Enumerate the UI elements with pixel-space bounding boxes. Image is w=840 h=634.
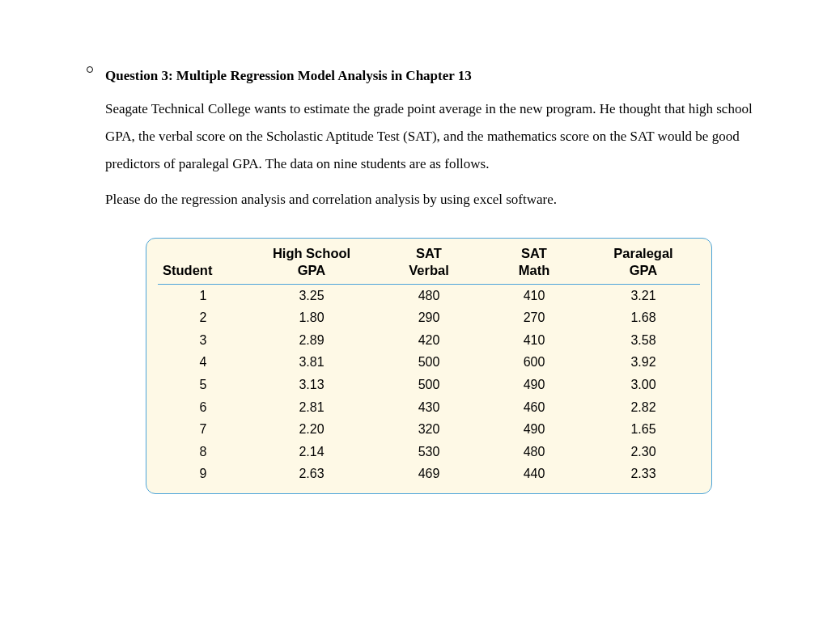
table-row: 82.145304802.30 (158, 441, 700, 463)
col-header-sat-verbal: SAT Verbal (376, 243, 482, 284)
question-header: Question 3: Multiple Regression Model An… (105, 63, 775, 89)
col-header-student: Student (158, 243, 247, 284)
col-header-hs-gpa-line2: GPA (298, 263, 326, 277)
table-header-row: Student High School GPA SAT Verbal SAT M… (158, 243, 700, 284)
cell-sat-math: 410 (482, 284, 587, 306)
cell-paralegal-gpa: 2.82 (587, 396, 700, 419)
cell-hs-gpa: 2.81 (247, 396, 376, 419)
cell-hs-gpa: 3.25 (247, 284, 376, 306)
table-row: 21.802902701.68 (158, 306, 700, 329)
cell-sat-math: 490 (482, 374, 587, 396)
cell-student: 8 (158, 441, 247, 463)
cell-sat-verbal: 500 (376, 374, 482, 396)
col-header-paralegal-line1: Paralegal (613, 246, 672, 260)
cell-sat-verbal: 430 (376, 396, 482, 419)
question-paragraph-1: Seagate Technical College wants to estim… (105, 95, 775, 178)
cell-student: 7 (158, 418, 247, 441)
table-row: 53.135004903.00 (158, 374, 700, 396)
cell-hs-gpa: 2.89 (247, 329, 376, 352)
table-row: 13.254804103.21 (158, 284, 700, 306)
table-row: 32.894204103.58 (158, 329, 700, 352)
cell-paralegal-gpa: 1.65 (587, 418, 700, 441)
col-header-paralegal-line2: GPA (630, 263, 658, 277)
cell-sat-math: 440 (482, 463, 587, 485)
cell-student: 2 (158, 306, 247, 329)
table-row: 43.815006003.92 (158, 351, 700, 374)
cell-paralegal-gpa: 3.00 (587, 374, 700, 396)
cell-paralegal-gpa: 1.68 (587, 306, 700, 329)
cell-sat-math: 270 (482, 306, 587, 329)
cell-hs-gpa: 1.80 (247, 306, 376, 329)
cell-sat-verbal: 500 (376, 351, 482, 374)
cell-student: 3 (158, 329, 247, 352)
question-paragraph-2: Please do the regression analysis and co… (105, 186, 775, 213)
col-header-sat-math: SAT Math (482, 243, 587, 284)
cell-sat-verbal: 530 (376, 441, 482, 463)
cell-hs-gpa: 3.81 (247, 351, 376, 374)
cell-student: 4 (158, 351, 247, 374)
cell-sat-math: 600 (482, 351, 587, 374)
cell-paralegal-gpa: 3.92 (587, 351, 700, 374)
cell-paralegal-gpa: 3.21 (587, 284, 700, 306)
col-header-student-label: Student (163, 263, 212, 277)
cell-student: 9 (158, 463, 247, 485)
cell-sat-verbal: 420 (376, 329, 482, 352)
col-header-hs-gpa-line1: High School (273, 246, 350, 260)
col-header-hs-gpa: High School GPA (247, 243, 376, 284)
data-table: Student High School GPA SAT Verbal SAT M… (158, 243, 700, 485)
table-row: 72.203204901.65 (158, 418, 700, 441)
cell-paralegal-gpa: 2.30 (587, 441, 700, 463)
cell-student: 6 (158, 396, 247, 419)
cell-hs-gpa: 2.63 (247, 463, 376, 485)
cell-sat-verbal: 290 (376, 306, 482, 329)
cell-sat-verbal: 469 (376, 463, 482, 485)
cell-sat-verbal: 320 (376, 418, 482, 441)
data-table-container: Student High School GPA SAT Verbal SAT M… (146, 238, 712, 494)
cell-sat-math: 460 (482, 396, 587, 419)
col-header-sat-math-line1: SAT (521, 246, 547, 260)
cell-sat-math: 410 (482, 329, 587, 352)
cell-student: 5 (158, 374, 247, 396)
table-row: 62.814304602.82 (158, 396, 700, 419)
cell-hs-gpa: 2.14 (247, 441, 376, 463)
cell-hs-gpa: 2.20 (247, 418, 376, 441)
cell-paralegal-gpa: 3.58 (587, 329, 700, 352)
col-header-sat-math-line2: Math (519, 263, 550, 277)
cell-sat-verbal: 480 (376, 284, 482, 306)
col-header-sat-verbal-line2: Verbal (409, 263, 449, 277)
question-title: Question 3: Multiple Regression Model An… (105, 68, 472, 83)
cell-sat-math: 490 (482, 418, 587, 441)
table-row: 92.634694402.33 (158, 463, 700, 485)
col-header-sat-verbal-line1: SAT (416, 246, 442, 260)
cell-paralegal-gpa: 2.33 (587, 463, 700, 485)
cell-hs-gpa: 3.13 (247, 374, 376, 396)
cell-sat-math: 480 (482, 441, 587, 463)
cell-student: 1 (158, 284, 247, 306)
bullet-icon (87, 66, 93, 73)
col-header-paralegal-gpa: Paralegal GPA (587, 243, 700, 284)
